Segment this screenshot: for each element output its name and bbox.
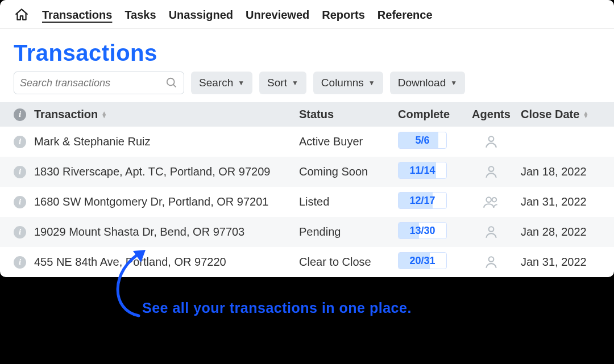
transactions-table: i Transaction▲▼ Status Complete Agents C… [0,102,614,277]
page-title: Transactions [0,29,614,72]
app-card: TransactionsTasksUnassignedUnreviewedRep… [0,0,614,277]
cell-status: Clear to Close [299,256,398,269]
download-button-label: Download [398,77,446,89]
column-header-close-date[interactable]: Close Date▲▼ [521,108,600,121]
svg-line-1 [173,85,176,87]
cell-transaction: Mark & Stephanie Ruiz [34,135,299,148]
column-header-agents[interactable]: Agents [462,108,521,121]
column-header-status[interactable]: Status [299,108,398,121]
svg-point-7 [489,257,494,262]
cell-complete: 13/30 [398,222,462,242]
cell-status: Pending [299,225,398,239]
toolbar: Search▼ Sort▼ Columns▼ Download▼ [0,72,614,102]
svg-point-6 [489,227,494,232]
cell-complete: 5/6 [398,132,462,152]
column-header-complete[interactable]: Complete [398,108,462,121]
nav-items: TransactionsTasksUnassignedUnreviewedRep… [42,9,433,22]
table-body: iMark & Stephanie RuizActive Buyer5/6i18… [0,127,614,277]
cell-transaction: 1680 SW Montgomery Dr, Portland, OR 9720… [34,195,299,208]
column-header-transaction[interactable]: Transaction▲▼ [34,108,299,121]
cell-close-date: Jan 18, 2022 [521,165,600,178]
caret-down-icon: ▼ [292,79,298,87]
cell-status: Listed [299,195,398,208]
complete-pill[interactable]: 13/30 [398,222,447,239]
caret-down-icon: ▼ [238,79,244,87]
cell-agents[interactable] [462,225,521,240]
info-icon[interactable]: i [14,226,26,239]
sort-button[interactable]: Sort▼ [259,72,306,94]
info-icon[interactable]: i [14,166,26,178]
info-icon[interactable]: i [14,196,26,208]
cell-agents[interactable] [462,135,521,149]
table-row[interactable]: i1680 SW Montgomery Dr, Portland, OR 972… [0,187,614,217]
search-box[interactable] [14,72,184,94]
cell-transaction: 455 NE 84th Ave, Portland, OR 97220 [34,256,299,269]
cell-agents[interactable] [462,196,521,208]
svg-point-0 [167,78,175,86]
complete-pill[interactable]: 11/14 [398,162,447,179]
table-row[interactable]: i1830 Riverscape, Apt. TC, Portland, OR … [0,157,614,187]
info-icon[interactable]: i [14,136,26,148]
cell-transaction: 19029 Mount Shasta Dr, Bend, OR 97703 [34,225,299,239]
cell-transaction: 1830 Riverscape, Apt. TC, Portland, OR 9… [34,165,299,178]
cell-complete: 12/17 [398,192,462,212]
top-nav: TransactionsTasksUnassignedUnreviewedRep… [0,0,614,29]
cell-close-date: Jan 28, 2022 [521,225,600,239]
cell-status: Active Buyer [299,135,398,148]
svg-point-4 [486,197,491,202]
cell-close-date: Jan 31, 2022 [521,256,600,269]
cell-agents[interactable] [462,255,521,270]
complete-label: 12/17 [399,193,446,208]
complete-label: 13/30 [399,223,446,239]
search-button-label: Search [199,77,233,89]
download-button[interactable]: Download▼ [390,72,465,94]
svg-point-5 [492,197,497,202]
nav-item-unreviewed[interactable]: Unreviewed [246,9,309,22]
table-row[interactable]: iMark & Stephanie RuizActive Buyer5/6 [0,127,614,157]
info-icon: i [14,108,26,121]
cell-status: Coming Soon [299,165,398,178]
annotation-text: See all your transactions in one place. [142,300,412,316]
info-icon[interactable]: i [14,256,26,269]
caret-down-icon: ▼ [368,79,375,87]
complete-label: 20/31 [399,253,446,269]
cell-agents[interactable] [462,165,521,179]
sort-button-label: Sort [267,77,287,89]
svg-point-2 [489,136,494,141]
cell-close-date: Jan 31, 2022 [521,195,600,208]
table-row[interactable]: i455 NE 84th Ave, Portland, OR 97220Clea… [0,247,614,277]
caret-down-icon: ▼ [450,79,457,87]
nav-item-unassigned[interactable]: Unassigned [169,9,233,22]
search-button[interactable]: Search▼ [191,72,252,94]
complete-pill[interactable]: 5/6 [398,132,447,149]
nav-item-reference[interactable]: Reference [377,9,433,22]
cell-complete: 20/31 [398,252,462,272]
sort-arrows-icon: ▲▼ [583,111,588,118]
table-row[interactable]: i19029 Mount Shasta Dr, Bend, OR 97703Pe… [0,217,614,247]
complete-pill[interactable]: 20/31 [398,252,447,269]
columns-button[interactable]: Columns▼ [313,72,383,94]
complete-pill[interactable]: 12/17 [398,192,447,209]
nav-item-tasks[interactable]: Tasks [125,9,156,22]
search-input[interactable] [20,77,165,89]
columns-button-label: Columns [321,77,364,89]
complete-label: 5/6 [399,132,446,148]
table-header: i Transaction▲▼ Status Complete Agents C… [0,102,614,127]
search-icon [165,77,178,89]
sort-arrows-icon: ▲▼ [101,111,107,118]
complete-label: 11/14 [399,162,446,178]
svg-point-3 [489,166,494,171]
home-icon[interactable] [14,7,30,23]
nav-item-transactions[interactable]: Transactions [42,9,112,22]
annotation: See all your transactions in one place. [142,300,412,316]
nav-item-reports[interactable]: Reports [322,9,365,22]
cell-complete: 11/14 [398,162,462,182]
